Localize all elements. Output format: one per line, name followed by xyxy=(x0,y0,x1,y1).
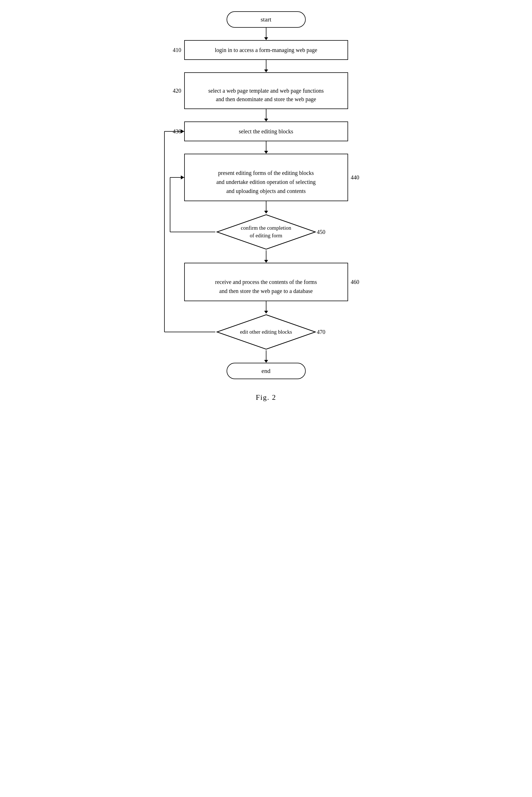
flowchart: start 410 login in to access a form-mana… xyxy=(167,11,365,379)
step-420-box: select a web page template and web page … xyxy=(184,72,348,109)
arrow-1 xyxy=(266,28,266,38)
label-440: 440 xyxy=(351,174,359,181)
end-terminal: end xyxy=(227,363,306,379)
step-420-row: 420 select a web page template and web p… xyxy=(167,72,365,109)
arrow-5 xyxy=(266,201,266,211)
diamond-470: edit other editing blocks xyxy=(215,314,317,350)
step-460-row: receive and process the contents of the … xyxy=(167,263,365,301)
label-460: 460 xyxy=(351,279,359,285)
arrow-2 xyxy=(266,60,266,70)
step-410-box: login in to access a form-managing web p… xyxy=(184,40,348,60)
label-430: 430 xyxy=(173,128,182,135)
start-terminal: start xyxy=(227,11,306,28)
label-470: 470 xyxy=(317,329,325,335)
step-450-row: confirm the completion of editing form 4… xyxy=(167,214,365,250)
arrow-8 xyxy=(266,350,266,361)
label-420: 420 xyxy=(173,88,182,94)
step-440-row: present editing forms of the editing blo… xyxy=(167,154,365,201)
step-410-row: 410 login in to access a form-managing w… xyxy=(167,40,365,60)
arrow-3 xyxy=(266,109,266,119)
page: start 410 login in to access a form-mana… xyxy=(167,11,365,402)
label-410: 410 xyxy=(173,47,182,53)
step-460-box: receive and process the contents of the … xyxy=(184,263,348,301)
step-470-row: edit other editing blocks 470 xyxy=(167,314,365,350)
step-430-row: 430 select the editing blocks xyxy=(167,121,365,141)
figure-caption: Fig. 2 xyxy=(256,393,276,402)
diamond-450: confirm the completion of editing form xyxy=(215,214,317,250)
label-450: 450 xyxy=(317,229,325,235)
step-430-box: select the editing blocks xyxy=(184,121,348,141)
arrow-4 xyxy=(266,141,266,151)
step-440-box: present editing forms of the editing blo… xyxy=(184,154,348,201)
arrow-7 xyxy=(266,301,266,311)
arrow-6 xyxy=(266,250,266,261)
